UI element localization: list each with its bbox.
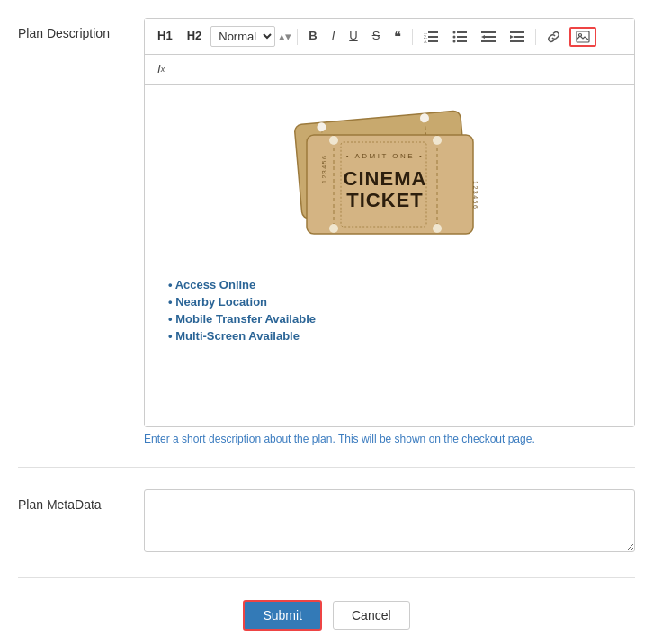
separator-3 xyxy=(535,29,536,45)
form-actions: Submit Cancel xyxy=(18,600,635,631)
ordered-list-button[interactable]: 1. 2. 3. xyxy=(418,28,443,46)
svg-point-44 xyxy=(433,136,442,145)
svg-point-11 xyxy=(453,40,456,42)
svg-point-10 xyxy=(453,35,456,38)
svg-text:• ADMIT ONE •: • ADMIT ONE • xyxy=(346,152,424,160)
svg-point-43 xyxy=(329,224,338,233)
list-item-2: Mobile Transfer Available xyxy=(168,312,620,326)
description-hint: Enter a short description about the plan… xyxy=(144,433,635,445)
hint-text-link: This will be shown on the checkout page. xyxy=(338,433,535,445)
svg-point-42 xyxy=(329,136,338,145)
svg-text:TICKET: TICKET xyxy=(346,189,423,211)
plan-metadata-label: Plan MetaData xyxy=(18,489,144,514)
svg-marker-19 xyxy=(510,35,514,39)
submit-button[interactable]: Submit xyxy=(243,600,322,631)
svg-rect-12 xyxy=(481,31,496,33)
image-button[interactable] xyxy=(569,27,596,47)
svg-point-9 xyxy=(453,31,456,33)
svg-rect-8 xyxy=(457,40,467,42)
list-item-0: Access Online xyxy=(168,278,620,291)
indent-decrease-button[interactable] xyxy=(476,28,501,46)
cancel-button[interactable]: Cancel xyxy=(333,601,410,630)
plan-metadata-input[interactable] xyxy=(144,489,635,552)
italic-button[interactable]: I xyxy=(326,25,341,47)
clear-format-button[interactable]: Ix xyxy=(152,58,170,80)
link-button[interactable] xyxy=(541,28,566,46)
svg-rect-16 xyxy=(510,31,524,33)
indent-increase-button[interactable] xyxy=(505,28,530,46)
svg-rect-18 xyxy=(510,40,524,42)
rich-text-editor: H1 H2 Normal ▴▾ B I U S ❝ 1. 2. xyxy=(144,18,635,427)
cinema-ticket-svg: 123456 123456 • ADMIT ONE • CINEMA TICKE… xyxy=(282,108,497,256)
editor-content-area[interactable]: 123456 123456 • ADMIT ONE • CINEMA TICKE… xyxy=(145,85,634,426)
select-arrow-icon: ▴▾ xyxy=(279,30,291,43)
separator-2 xyxy=(412,29,413,45)
svg-rect-6 xyxy=(457,31,467,33)
plan-description-content: H1 H2 Normal ▴▾ B I U S ❝ 1. 2. xyxy=(144,18,635,445)
blockquote-button[interactable]: ❝ xyxy=(389,24,407,49)
plan-metadata-row: Plan MetaData xyxy=(18,489,635,578)
list-item-1: Nearby Location xyxy=(168,295,620,309)
svg-rect-0 xyxy=(428,31,438,33)
separator-1 xyxy=(297,29,298,45)
list-item-3: Multi-Screen Available xyxy=(168,329,620,343)
plan-description-row: Plan Description H1 H2 Normal ▴▾ B I U S… xyxy=(18,18,635,468)
h1-button[interactable]: H1 xyxy=(152,25,178,47)
svg-rect-13 xyxy=(485,36,496,38)
strikethrough-button[interactable]: S xyxy=(367,25,386,47)
format-select[interactable]: Normal xyxy=(210,26,275,47)
ticket-image-wrapper: 123456 123456 • ADMIT ONE • CINEMA TICKE… xyxy=(159,108,620,256)
svg-text:123456: 123456 xyxy=(472,181,479,210)
svg-rect-1 xyxy=(428,36,438,38)
h2-button[interactable]: H2 xyxy=(182,25,208,47)
bold-button[interactable]: B xyxy=(303,25,322,47)
svg-rect-7 xyxy=(457,36,467,38)
svg-text:3.: 3. xyxy=(424,39,427,43)
underline-button[interactable]: U xyxy=(344,25,362,47)
unordered-list-button[interactable] xyxy=(447,28,472,46)
svg-rect-2 xyxy=(428,40,438,42)
hint-text-plain: Enter a short description about the plan… xyxy=(144,433,338,445)
svg-rect-14 xyxy=(481,40,496,42)
svg-rect-20 xyxy=(577,31,589,42)
plan-description-label: Plan Description xyxy=(18,18,144,43)
svg-marker-15 xyxy=(481,35,485,39)
plan-metadata-content xyxy=(144,489,635,556)
svg-text:CINEMA: CINEMA xyxy=(344,167,427,190)
svg-text:123456: 123456 xyxy=(321,155,327,183)
features-list: Access Online Nearby Location Mobile Tra… xyxy=(159,278,620,343)
toolbar-row2: Ix xyxy=(145,55,634,85)
svg-point-45 xyxy=(433,224,442,233)
svg-rect-17 xyxy=(514,36,524,38)
toolbar-row1: H1 H2 Normal ▴▾ B I U S ❝ 1. 2. xyxy=(145,19,634,55)
